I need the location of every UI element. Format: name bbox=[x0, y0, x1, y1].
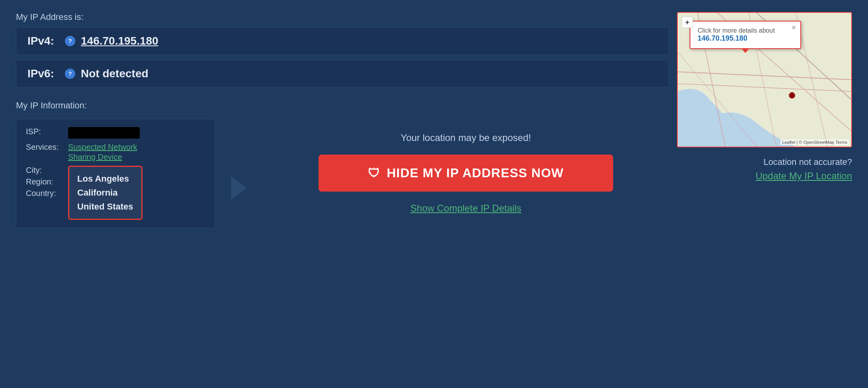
hide-ip-button[interactable]: 🛡 HIDE MY IP ADDRESS NOW bbox=[319, 155, 613, 192]
map-popup: ✕ Click for more details about 146.70.19… bbox=[690, 21, 801, 49]
arrow-divider bbox=[231, 100, 247, 228]
services-values: Suspected Network Sharing Device bbox=[68, 143, 137, 162]
services-link-2[interactable]: Sharing Device bbox=[68, 153, 137, 162]
services-row: Services: Suspected Network Sharing Devi… bbox=[26, 143, 205, 162]
ipv6-info-icon[interactable]: ? bbox=[65, 69, 75, 79]
info-section: My IP Information: ISP: Services: Suspec… bbox=[16, 100, 669, 228]
region-value: California bbox=[77, 186, 133, 200]
isp-value-redacted bbox=[68, 127, 140, 139]
map-attribution: Leaflet | © OpenStreetMap Terms bbox=[780, 139, 849, 145]
popup-text: Click for more details about bbox=[698, 27, 793, 34]
ipv6-row: IPv6: ? Not detected bbox=[16, 60, 669, 88]
location-not-accurate-text: Location not accurate? bbox=[756, 157, 852, 167]
services-link-1[interactable]: Suspected Network bbox=[68, 143, 137, 152]
map-popup-close[interactable]: ✕ bbox=[791, 24, 796, 31]
location-rows: City: Region: Country: Los Angeles Calif… bbox=[26, 166, 205, 220]
shield-icon: 🛡 bbox=[368, 167, 380, 180]
arrow-shape bbox=[231, 176, 247, 200]
city-value: Los Angeles bbox=[77, 172, 133, 186]
main-container: My IP Address is: IPv4: ? 146.70.195.180… bbox=[16, 12, 852, 228]
ipv4-row: IPv4: ? 146.70.195.180 bbox=[16, 27, 669, 55]
ipv6-value: Not detected bbox=[81, 67, 149, 80]
ipv6-label: IPv6: bbox=[27, 67, 59, 80]
ip-address-label: My IP Address is: bbox=[16, 12, 669, 22]
location-labels: City: Region: Country: bbox=[26, 166, 62, 198]
update-location-link[interactable]: Update My IP Location bbox=[756, 170, 852, 181]
country-label: Country: bbox=[26, 189, 62, 198]
isp-label: ISP: bbox=[26, 127, 62, 136]
ipv4-address-link[interactable]: 146.70.195.180 bbox=[81, 35, 158, 47]
center-panel: Your location may be exposed! 🛡 HIDE MY … bbox=[263, 100, 669, 228]
services-label: Services: bbox=[26, 143, 62, 152]
region-label: Region: bbox=[26, 177, 62, 186]
city-label: City: bbox=[26, 166, 62, 175]
ip-info-panel: My IP Information: ISP: Services: Suspec… bbox=[16, 100, 215, 228]
map-container[interactable]: + ✕ Click for more details about 146.70.… bbox=[677, 12, 852, 147]
isp-row: ISP: bbox=[26, 127, 205, 139]
map-zoom-plus[interactable]: + bbox=[682, 17, 693, 28]
popup-ip-link[interactable]: 146.70.195.180 bbox=[698, 34, 793, 43]
info-card: ISP: Services: Suspected Network Sharing… bbox=[16, 119, 215, 228]
location-update-section: Location not accurate? Update My IP Loca… bbox=[756, 157, 852, 182]
show-details-link[interactable]: Show Complete IP Details bbox=[411, 203, 521, 214]
ip-info-title: My IP Information: bbox=[16, 100, 215, 111]
location-warning: Your location may be exposed! bbox=[401, 132, 531, 143]
hide-ip-button-label: HIDE MY IP ADDRESS NOW bbox=[387, 166, 564, 180]
left-panel: My IP Address is: IPv4: ? 146.70.195.180… bbox=[16, 12, 669, 228]
location-highlight-box: Los Angeles California United States bbox=[68, 166, 143, 220]
ipv4-label: IPv4: bbox=[27, 35, 59, 47]
country-value: United States bbox=[77, 200, 133, 214]
ipv4-info-icon[interactable]: ? bbox=[65, 36, 75, 46]
right-panel: + ✕ Click for more details about 146.70.… bbox=[669, 12, 852, 228]
